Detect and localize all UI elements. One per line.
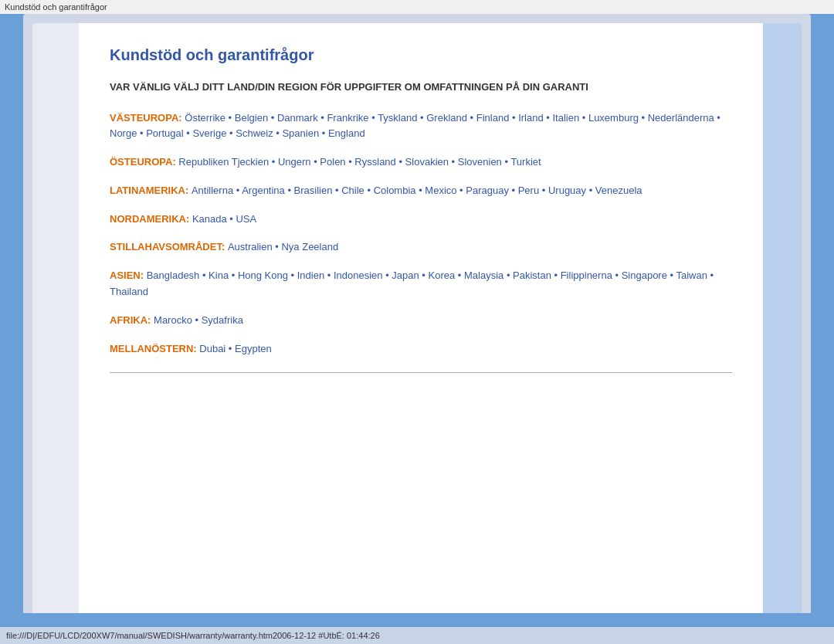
- title-bar: Kundstöd och garantifrågor: [0, 0, 834, 14]
- region-countries: Österrike • Belgien • Danmark • Frankrik…: [110, 112, 720, 140]
- region-label: ASIEN:: [110, 269, 147, 281]
- region-block: ÖSTEUROPA: Republiken Tjeckien • Ungern …: [110, 154, 732, 171]
- region-block: AFRIKA: Marocko • Sydafrika: [110, 313, 732, 329]
- region-label: ÖSTEUROPA:: [110, 156, 178, 168]
- region-block: LATINAMERIKA: Antillerna • Argentina • B…: [110, 183, 732, 199]
- region-block: MELLANÖSTERN: Dubai • Egypten: [110, 341, 732, 358]
- region-label: LATINAMERIKA:: [110, 185, 192, 196]
- divider: [110, 372, 732, 373]
- status-bar-text: file:///D|/EDFU/LCD/200XW7/manual/SWEDIS…: [6, 631, 380, 640]
- right-sidebar: [763, 23, 802, 613]
- region-label: AFRIKA:: [110, 314, 154, 326]
- region-countries: Australien • Nya Zeeland: [228, 241, 338, 253]
- region-label: VÄSTEUROPA:: [110, 112, 185, 124]
- region-block: ASIEN: Bangladesh • Kina • Hong Kong • I…: [110, 268, 732, 300]
- main-content: Kundstöd och garantifrågor VAR VÄNLIG VÄ…: [79, 23, 763, 613]
- page-title: Kundstöd och garantifrågor: [110, 46, 732, 64]
- region-countries: Dubai • Egypten: [199, 343, 271, 354]
- region-label: MELLANÖSTERN:: [110, 343, 199, 354]
- left-sidebar: [32, 23, 79, 613]
- status-bar: file:///D|/EDFU/LCD/200XW7/manual/SWEDIS…: [0, 627, 834, 644]
- intro-text: VAR VÄNLIG VÄLJ DITT LAND/DIN REGION FÖR…: [110, 80, 732, 95]
- region-label: STILLAHAVSOMRÅDET:: [110, 241, 228, 253]
- region-block: STILLAHAVSOMRÅDET: Australien • Nya Zeel…: [110, 239, 732, 256]
- region-countries: Marocko • Sydafrika: [154, 314, 243, 326]
- region-countries: Kanada • USA: [192, 213, 256, 225]
- region-countries: Republiken Tjeckien • Ungern • Polen • R…: [178, 156, 541, 168]
- region-countries: Antillerna • Argentina • Brasilien • Chi…: [192, 185, 642, 196]
- region-label: NORDAMERIKA:: [110, 213, 192, 225]
- region-block: VÄSTEUROPA: Österrike • Belgien • Danmar…: [110, 110, 732, 143]
- region-block: NORDAMERIKA: Kanada • USA: [110, 212, 732, 228]
- title-bar-text: Kundstöd och garantifrågor: [5, 2, 107, 12]
- region-countries: Bangladesh • Kina • Hong Kong • Indien •…: [110, 269, 714, 297]
- regions-list: VÄSTEUROPA: Österrike • Belgien • Danmar…: [110, 110, 732, 358]
- browser-frame: Kundstöd och garantifrågor VAR VÄNLIG VÄ…: [23, 14, 811, 613]
